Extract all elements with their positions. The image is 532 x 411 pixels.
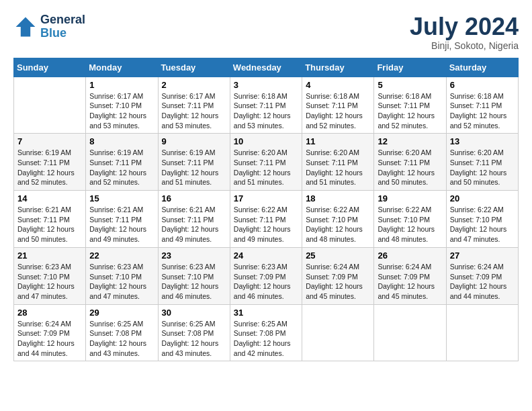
day-number: 18: [306, 193, 370, 203]
cell-info: and 42 minutes.: [234, 349, 298, 359]
cell-info: and 43 minutes.: [89, 349, 154, 359]
cell-info: and 53 minutes.: [89, 121, 154, 131]
cell-info: Sunrise: 6:24 AM: [378, 262, 442, 272]
cell-info: Daylight: 12 hours: [162, 281, 226, 291]
day-number: 19: [378, 193, 442, 203]
cell-info: Sunrise: 6:24 AM: [450, 262, 515, 272]
cell-info: Daylight: 12 hours: [162, 338, 226, 349]
day-number: 14: [17, 193, 82, 203]
calendar-cell: 31Sunrise: 6:25 AMSunset: 7:08 PMDayligh…: [230, 304, 302, 361]
cell-info: Sunset: 7:11 PM: [234, 158, 298, 168]
cell-info: Daylight: 12 hours: [378, 168, 442, 178]
week-row-1: 1Sunrise: 6:17 AMSunset: 7:10 PMDaylight…: [14, 77, 519, 134]
cell-info: Sunrise: 6:18 AM: [234, 91, 298, 101]
cell-info: Daylight: 12 hours: [17, 168, 82, 178]
day-number: 31: [234, 308, 298, 318]
header-cell-saturday: Saturday: [446, 58, 518, 77]
header-cell-monday: Monday: [86, 58, 158, 77]
day-number: 16: [162, 193, 226, 203]
header-cell-friday: Friday: [374, 58, 446, 77]
cell-info: Sunset: 7:11 PM: [234, 101, 298, 111]
cell-info: and 45 minutes.: [378, 291, 442, 302]
cell-info: Sunrise: 6:19 AM: [17, 148, 82, 158]
calendar-cell: 20Sunrise: 6:22 AMSunset: 7:10 PMDayligh…: [446, 191, 518, 248]
cell-info: Sunset: 7:10 PM: [162, 272, 226, 282]
day-number: 10: [234, 136, 298, 146]
cell-info: and 46 minutes.: [234, 291, 298, 302]
calendar-cell: [14, 77, 86, 134]
calendar-cell: 7Sunrise: 6:19 AMSunset: 7:11 PMDaylight…: [14, 134, 86, 191]
cell-info: Sunrise: 6:22 AM: [306, 205, 370, 215]
cell-info: and 48 minutes.: [378, 234, 442, 244]
cell-info: Sunrise: 6:20 AM: [306, 148, 370, 158]
calendar-cell: 28Sunrise: 6:24 AMSunset: 7:09 PMDayligh…: [14, 304, 86, 361]
cell-info: Sunset: 7:11 PM: [17, 158, 82, 168]
cell-info: and 44 minutes.: [450, 291, 515, 302]
cell-info: Sunrise: 6:20 AM: [450, 148, 515, 158]
cell-info: Sunrise: 6:23 AM: [17, 262, 82, 272]
day-number: 17: [234, 193, 298, 203]
cell-info: Sunset: 7:11 PM: [378, 158, 442, 168]
day-number: 1: [89, 80, 154, 90]
cell-info: and 52 minutes.: [89, 177, 154, 187]
cell-info: Daylight: 12 hours: [17, 281, 82, 291]
cell-info: Daylight: 12 hours: [17, 338, 82, 349]
calendar-table: SundayMondayTuesdayWednesdayThursdayFrid…: [13, 58, 519, 362]
month-title: July 2024: [410, 13, 519, 40]
cell-info: Sunrise: 6:18 AM: [378, 91, 442, 101]
calendar-header: SundayMondayTuesdayWednesdayThursdayFrid…: [14, 58, 519, 77]
day-number: 12: [378, 136, 442, 146]
cell-info: Sunrise: 6:22 AM: [378, 205, 442, 215]
calendar-cell: 8Sunrise: 6:19 AMSunset: 7:11 PMDaylight…: [86, 134, 158, 191]
cell-info: Daylight: 12 hours: [450, 168, 515, 178]
calendar-cell: 26Sunrise: 6:24 AMSunset: 7:09 PMDayligh…: [374, 247, 446, 304]
day-number: 3: [234, 80, 298, 90]
day-number: 13: [450, 136, 515, 146]
calendar-cell: 16Sunrise: 6:21 AMSunset: 7:11 PMDayligh…: [158, 191, 230, 248]
cell-info: and 49 minutes.: [234, 234, 298, 244]
header-row: SundayMondayTuesdayWednesdayThursdayFrid…: [14, 58, 519, 77]
cell-info: Sunrise: 6:18 AM: [306, 91, 370, 101]
cell-info: Sunset: 7:11 PM: [162, 158, 226, 168]
cell-info: Daylight: 12 hours: [89, 338, 154, 349]
title-block: July 2024 Binji, Sokoto, Nigeria: [410, 13, 519, 51]
calendar-cell: 21Sunrise: 6:23 AMSunset: 7:10 PMDayligh…: [14, 247, 86, 304]
cell-info: Sunrise: 6:17 AM: [162, 91, 226, 101]
cell-info: and 51 minutes.: [234, 177, 298, 187]
day-number: 2: [162, 80, 226, 90]
page-header: General Blue July 2024 Binji, Sokoto, Ni…: [13, 13, 519, 51]
cell-info: and 52 minutes.: [306, 121, 370, 131]
cell-info: Sunrise: 6:25 AM: [234, 319, 298, 329]
calendar-cell: 3Sunrise: 6:18 AMSunset: 7:11 PMDaylight…: [230, 77, 302, 134]
day-number: 28: [17, 308, 82, 318]
day-number: 6: [450, 80, 515, 90]
day-number: 22: [89, 250, 154, 261]
cell-info: Daylight: 12 hours: [89, 281, 154, 291]
cell-info: Sunset: 7:11 PM: [162, 215, 226, 225]
calendar-cell: 6Sunrise: 6:18 AMSunset: 7:11 PMDaylight…: [446, 77, 518, 134]
cell-info: Sunset: 7:09 PM: [234, 272, 298, 282]
svg-marker-0: [16, 17, 36, 36]
calendar-cell: 15Sunrise: 6:21 AMSunset: 7:11 PMDayligh…: [86, 191, 158, 248]
cell-info: and 52 minutes.: [17, 177, 82, 187]
cell-info: Sunrise: 6:24 AM: [17, 319, 82, 329]
cell-info: and 46 minutes.: [162, 291, 226, 302]
logo-icon: [13, 15, 38, 39]
cell-info: and 48 minutes.: [306, 234, 370, 244]
calendar-cell: 19Sunrise: 6:22 AMSunset: 7:10 PMDayligh…: [374, 191, 446, 248]
calendar-cell: 22Sunrise: 6:23 AMSunset: 7:10 PMDayligh…: [86, 247, 158, 304]
cell-info: and 50 minutes.: [378, 177, 442, 187]
cell-info: Sunset: 7:10 PM: [17, 272, 82, 282]
cell-info: Daylight: 12 hours: [450, 111, 515, 121]
cell-info: Sunset: 7:11 PM: [234, 215, 298, 225]
cell-info: Sunset: 7:09 PM: [306, 272, 370, 282]
cell-info: and 49 minutes.: [162, 234, 226, 244]
day-number: 27: [450, 250, 515, 261]
calendar-cell: 17Sunrise: 6:22 AMSunset: 7:11 PMDayligh…: [230, 191, 302, 248]
cell-info: Sunset: 7:11 PM: [89, 158, 154, 168]
day-number: 9: [162, 136, 226, 146]
calendar-body: 1Sunrise: 6:17 AMSunset: 7:10 PMDaylight…: [14, 77, 519, 361]
day-number: 11: [306, 136, 370, 146]
cell-info: Sunrise: 6:20 AM: [234, 148, 298, 158]
calendar-cell: 11Sunrise: 6:20 AMSunset: 7:11 PMDayligh…: [302, 134, 374, 191]
